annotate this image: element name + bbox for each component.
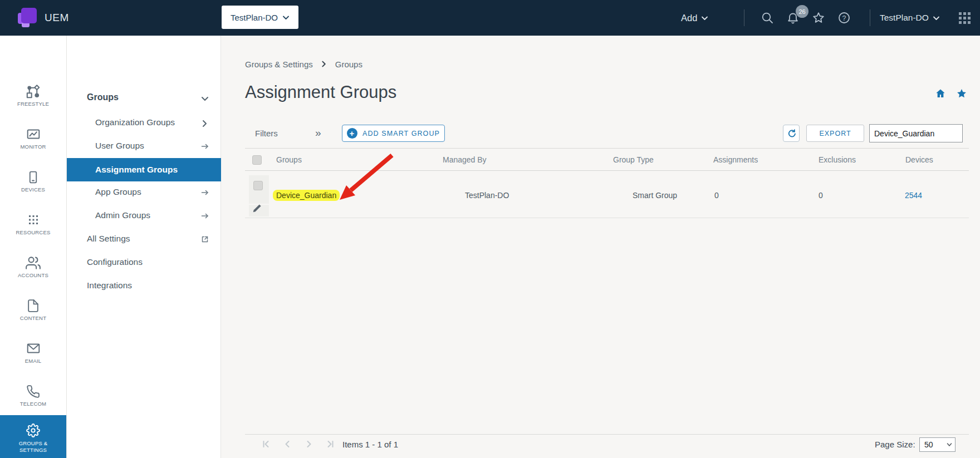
smartphone-icon: [26, 170, 40, 184]
search-input[interactable]: [870, 125, 962, 142]
group-name-cell[interactable]: Device_Guardian: [273, 188, 340, 203]
freestyle-icon: [26, 84, 41, 99]
arrow-right-icon: [200, 188, 209, 197]
svg-text:?: ?: [842, 14, 846, 22]
row-checkbox[interactable]: [253, 181, 263, 190]
nav-label: RESOURCES: [0, 229, 66, 235]
refresh-button[interactable]: [783, 125, 800, 142]
nav-telecom[interactable]: TELECOM: [0, 383, 66, 407]
breadcrumb-groups[interactable]: Groups: [335, 60, 362, 69]
add-smart-group-label: ADD SMART GROUP: [362, 130, 440, 137]
select-all-checkbox[interactable]: [252, 155, 262, 165]
nav-label: FREESTYLE: [0, 101, 66, 107]
brand-label: UEM: [45, 0, 69, 36]
column-header-groups[interactable]: Groups: [276, 151, 302, 168]
filters-expand-icon[interactable]: »: [315, 125, 321, 142]
divider: [245, 218, 969, 218]
topbar-divider: [870, 9, 870, 26]
account-menu[interactable]: TestPlan-DO: [880, 0, 940, 36]
primary-nav-rail: FREESTYLE MONITOR DEVICES: [0, 36, 67, 458]
column-header-exclusions[interactable]: Exclusions: [819, 151, 856, 168]
search-icon[interactable]: [761, 11, 774, 24]
menu-item-organization-groups[interactable]: Organization Groups: [95, 117, 175, 127]
chevron-down-icon: [947, 442, 952, 447]
first-page-button[interactable]: [259, 438, 273, 450]
menu-item-user-groups[interactable]: User Groups: [95, 141, 144, 151]
phone-handset-icon: [26, 385, 40, 398]
menu-item-configurations[interactable]: Configurations: [87, 257, 143, 267]
nav-monitor[interactable]: MONITOR: [0, 126, 66, 150]
page-size-select[interactable]: 50: [919, 437, 955, 452]
edit-pencil-icon[interactable]: [252, 203, 262, 214]
nav-label: DEVICES: [0, 186, 66, 193]
add-smart-group-button[interactable]: + ADD SMART GROUP: [342, 125, 445, 142]
menu-item-all-settings[interactable]: All Settings: [87, 234, 130, 244]
divider: [245, 148, 969, 149]
nav-content[interactable]: CONTENT: [0, 297, 66, 321]
nav-label: CONTENT: [0, 315, 66, 321]
favorites-star-icon[interactable]: [812, 11, 825, 24]
chevron-down-icon[interactable]: [200, 95, 209, 104]
items-count-label: Items 1 - 1 of 1: [342, 438, 398, 451]
chevron-down-icon: [933, 15, 940, 21]
nav-freestyle[interactable]: FREESTYLE: [0, 83, 66, 107]
home-icon[interactable]: [935, 88, 946, 99]
groups-settings-menu: Groups Organization Groups User Groups A…: [67, 36, 221, 458]
column-header-devices[interactable]: Devices: [905, 151, 933, 168]
column-header-group-type[interactable]: Group Type: [613, 151, 654, 168]
divider: [245, 434, 969, 435]
chevron-right-icon: [200, 119, 209, 128]
group-name-highlight[interactable]: Device_Guardian: [273, 190, 340, 201]
nav-label: EMAIL: [0, 358, 66, 364]
nav-groups-settings[interactable]: GROUPS & SETTINGS: [0, 415, 66, 458]
nav-label: GROUPS & SETTINGS: [13, 440, 53, 454]
chevron-down-icon: [701, 15, 708, 21]
document-icon: [26, 299, 40, 313]
assignments-cell: 0: [714, 188, 719, 203]
column-header-managed-by[interactable]: Managed By: [443, 151, 487, 168]
menu-section-groups[interactable]: Groups: [87, 92, 119, 102]
monitor-icon: [26, 127, 41, 141]
external-link-icon: [200, 235, 209, 244]
main-content: Groups & Settings Groups Assignment Grou…: [221, 36, 980, 458]
breadcrumb-groups-settings[interactable]: Groups & Settings: [245, 60, 313, 69]
export-label: EXPORT: [819, 130, 851, 137]
add-menu[interactable]: Add: [681, 0, 708, 36]
help-icon[interactable]: ?: [837, 11, 851, 24]
nav-resources[interactable]: RESOURCES: [0, 211, 66, 235]
export-button[interactable]: EXPORT: [806, 125, 864, 142]
nav-label: TELECOM: [0, 401, 66, 407]
next-page-button[interactable]: [302, 438, 315, 450]
chevron-down-icon: [282, 14, 290, 21]
group-type-cell: Smart Group: [633, 188, 677, 203]
page-size-label: Page Size:: [875, 438, 915, 451]
nav-email[interactable]: EMAIL: [0, 340, 66, 364]
gear-icon: [26, 423, 40, 437]
menu-item-admin-groups[interactable]: Admin Groups: [95, 210, 150, 220]
add-menu-label: Add: [681, 13, 697, 23]
managed-by-cell: TestPlan-DO: [465, 188, 509, 203]
organization-group-selector[interactable]: TestPlan-DO: [222, 6, 298, 29]
menu-item-assignment-groups[interactable]: Assignment Groups: [67, 158, 221, 181]
nav-accounts[interactable]: ACCOUNTS: [0, 254, 66, 278]
list-search-field: [869, 124, 963, 142]
exclusions-cell: 0: [819, 188, 823, 203]
nav-devices[interactable]: DEVICES: [0, 169, 66, 193]
menu-item-integrations[interactable]: Integrations: [87, 280, 132, 290]
uem-console-screen: UEM TestPlan-DO Add 26 ? TestPlan-DO: [0, 0, 980, 458]
divider: [245, 170, 969, 171]
page-title: Assignment Groups: [245, 81, 396, 104]
workspace-one-logo: [18, 8, 38, 28]
previous-page-button[interactable]: [281, 438, 294, 450]
chevron-right-icon: [320, 60, 328, 68]
favorite-star-icon[interactable]: [956, 88, 967, 99]
nav-label: ACCOUNTS: [0, 272, 66, 278]
app-grid-icon[interactable]: [959, 12, 971, 24]
menu-item-app-groups[interactable]: App Groups: [95, 187, 141, 197]
filters-label[interactable]: Filters: [255, 125, 278, 142]
last-page-button[interactable]: [323, 438, 336, 450]
column-header-assignments[interactable]: Assignments: [713, 151, 758, 168]
devices-count-link[interactable]: 2544: [905, 188, 922, 203]
arrow-right-icon: [200, 211, 209, 220]
account-name-label: TestPlan-DO: [880, 13, 929, 23]
